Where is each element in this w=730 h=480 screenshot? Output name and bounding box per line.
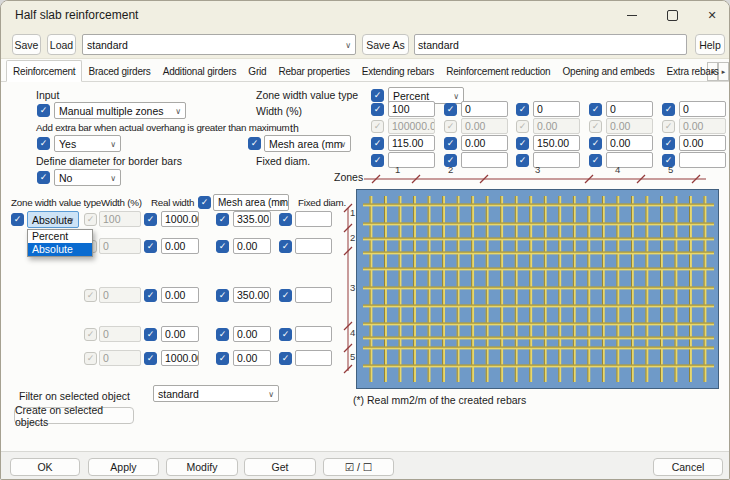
- minimize-icon[interactable]: [618, 4, 646, 26]
- mesh-area-header-checkbox[interactable]: [248, 137, 261, 150]
- row3-fixed-diam-checkbox[interactable]: [279, 289, 292, 302]
- row2-mesh-checkbox[interactable]: [216, 240, 229, 253]
- width-zone1-input[interactable]: 100: [388, 101, 435, 117]
- row1-zone-type-dropdown[interactable]: Absolute: [27, 211, 79, 228]
- maximize-icon[interactable]: [658, 4, 686, 26]
- width-zone5-checkbox[interactable]: [662, 103, 675, 116]
- mesh-area-zone1-input[interactable]: 115.00: [388, 135, 435, 151]
- row5-fixed-diam-input[interactable]: [295, 350, 332, 366]
- tab-opening-and-embeds[interactable]: Opening and embeds: [557, 60, 661, 82]
- mesh-area-zone4-input[interactable]: 0.00: [606, 135, 653, 151]
- get-button[interactable]: Get: [244, 458, 316, 476]
- row1-mesh-checkbox[interactable]: [216, 213, 229, 226]
- fixed-diam-zone5-input[interactable]: [679, 152, 726, 168]
- mesh-area-zone2-checkbox[interactable]: [444, 137, 457, 150]
- mesh-area-zone5-input[interactable]: 0.00: [679, 135, 726, 151]
- mesh-area-zone1-checkbox[interactable]: [371, 137, 384, 150]
- modify-button[interactable]: Modify: [166, 458, 238, 476]
- row1-mesh-input[interactable]: 335.00: [233, 211, 271, 227]
- preset-combobox[interactable]: standard: [82, 34, 356, 55]
- toggle-all-checkboxes-button[interactable]: ☑ / ☐: [323, 458, 394, 476]
- mesh-area-zone3-checkbox[interactable]: [516, 137, 529, 150]
- row5-real-width-checkbox[interactable]: [144, 352, 157, 365]
- mesh-area-zone5-checkbox[interactable]: [662, 137, 675, 150]
- row1-zone-checkbox[interactable]: [11, 213, 24, 226]
- row3-mesh-input[interactable]: 350.00: [233, 287, 271, 303]
- cancel-button[interactable]: Cancel: [653, 458, 723, 476]
- filter-dropdown[interactable]: standard: [153, 385, 279, 402]
- create-on-selected-button[interactable]: Create on selected objects: [14, 407, 134, 424]
- row5-real-width-input[interactable]: 1000.00: [161, 350, 199, 366]
- tab-extending-rebars[interactable]: Extending rebars: [356, 60, 440, 82]
- tab-rebar-properties[interactable]: Rebar properties: [272, 60, 355, 82]
- zone-type-checkbox[interactable]: [371, 89, 384, 102]
- row1-fixed-diam-input[interactable]: [295, 211, 332, 227]
- row1-real-width-checkbox[interactable]: [144, 213, 157, 226]
- row2-fixed-diam-checkbox[interactable]: [279, 240, 292, 253]
- tab-extra-rebars[interactable]: Extra rebars: [661, 60, 725, 82]
- close-icon[interactable]: [698, 4, 726, 26]
- fixed-diam-zone2-input[interactable]: [461, 152, 508, 168]
- width-zone3-input[interactable]: 0: [533, 101, 580, 117]
- input-mode-dropdown[interactable]: Manual multiple zones: [54, 102, 186, 119]
- row1-fixed-diam-checkbox[interactable]: [279, 213, 292, 226]
- fixed-diam-zone1-checkbox[interactable]: [371, 154, 384, 167]
- mesh-area-zone4-checkbox[interactable]: [589, 137, 602, 150]
- load-button[interactable]: Load: [47, 34, 76, 55]
- ok-button[interactable]: OK: [10, 458, 80, 476]
- row4-mesh-input[interactable]: 0.00: [233, 326, 271, 342]
- real-width-zone3-input: 0.00: [533, 118, 580, 134]
- row3-mesh-checkbox[interactable]: [216, 289, 229, 302]
- overhang-dropdown[interactable]: Yes: [54, 135, 121, 152]
- row1-real-width-input[interactable]: 1000.00: [161, 211, 199, 227]
- row5-mesh-input[interactable]: 0.00: [233, 350, 271, 366]
- option-percent[interactable]: Percent: [28, 230, 92, 243]
- tab-additional-girders[interactable]: Additional girders: [157, 60, 243, 82]
- width-zone4-checkbox[interactable]: [589, 103, 602, 116]
- save-button[interactable]: Save: [12, 34, 41, 55]
- help-button[interactable]: Help: [695, 34, 725, 55]
- tab-reinforcement[interactable]: Reinforcement: [6, 60, 82, 82]
- width-zone2-checkbox[interactable]: [444, 103, 457, 116]
- width-zone4-input[interactable]: 0: [606, 101, 653, 117]
- row2-mesh-input[interactable]: 0.00: [233, 238, 271, 254]
- row4-mesh-checkbox[interactable]: [216, 328, 229, 341]
- input-checkbox[interactable]: [37, 104, 50, 117]
- row3-real-width-input[interactable]: 0.00: [161, 287, 199, 303]
- tab-big-opening[interactable]: Big op: [725, 60, 730, 82]
- row4-real-width-checkbox[interactable]: [144, 328, 157, 341]
- width-zone5-input[interactable]: 0: [679, 101, 726, 117]
- save-as-input[interactable]: standard: [414, 34, 687, 55]
- tab-reinforcement-reduction[interactable]: Reinforcement reduction: [440, 60, 556, 82]
- fixed-diam-zone4-input[interactable]: [606, 152, 653, 168]
- option-absolute[interactable]: Absolute: [28, 243, 92, 256]
- width-zone1-checkbox[interactable]: [371, 103, 384, 116]
- row3-fixed-diam-input[interactable]: [295, 287, 332, 303]
- row2-real-width-input[interactable]: 0.00: [161, 238, 199, 254]
- width-zone2-input[interactable]: 0: [461, 101, 508, 117]
- row3-real-width-checkbox[interactable]: [144, 289, 157, 302]
- fixed-diam-zone4-checkbox[interactable]: [589, 154, 602, 167]
- row2-fixed-diam-input[interactable]: [295, 238, 332, 254]
- table-header-mesh-checkbox[interactable]: [198, 196, 211, 209]
- tab-grid[interactable]: Grid: [242, 60, 272, 82]
- width-zone3-checkbox[interactable]: [516, 103, 529, 116]
- row5-mesh-checkbox[interactable]: [216, 352, 229, 365]
- tab-braced-girders[interactable]: Braced girders: [82, 60, 156, 82]
- row2-real-width-checkbox[interactable]: [144, 240, 157, 253]
- apply-button[interactable]: Apply: [88, 458, 159, 476]
- table-header-mesh-dropdown[interactable]: Mesh area (mm: [213, 194, 289, 211]
- row4-fixed-diam-checkbox[interactable]: [279, 328, 292, 341]
- fixed-diam-zone3-checkbox[interactable]: [516, 154, 529, 167]
- border-bars-checkbox[interactable]: [37, 171, 50, 184]
- save-as-button[interactable]: Save As: [362, 34, 409, 55]
- row4-real-width-input[interactable]: 0.00: [161, 326, 199, 342]
- mesh-area-zone2-input[interactable]: 0.00: [461, 135, 508, 151]
- row5-fixed-diam-checkbox[interactable]: [279, 352, 292, 365]
- mesh-area-unit-dropdown[interactable]: Mesh area (mm: [264, 135, 351, 152]
- border-bars-dropdown[interactable]: No: [54, 169, 121, 186]
- overhang-checkbox[interactable]: [37, 137, 50, 150]
- mesh-area-zone3-input[interactable]: 150.00: [533, 135, 580, 151]
- rebar-mesh-graphic: [357, 190, 718, 388]
- row4-fixed-diam-input[interactable]: [295, 326, 332, 342]
